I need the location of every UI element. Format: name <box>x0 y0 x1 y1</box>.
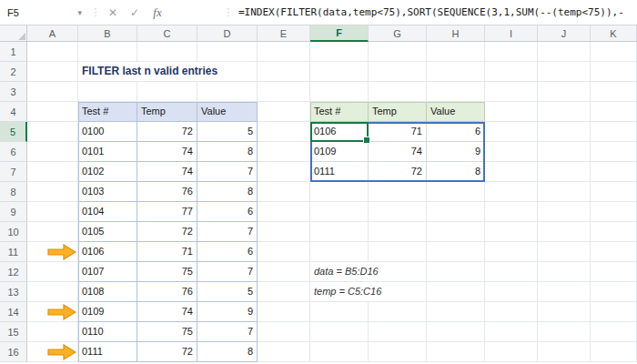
cell-G16[interactable] <box>369 342 427 362</box>
cell-K5[interactable] <box>591 122 637 142</box>
row-header-2[interactable]: 2 <box>0 62 27 82</box>
cell-I8[interactable] <box>485 182 538 202</box>
cell-B13[interactable]: 0108 <box>78 282 137 302</box>
cell-I11[interactable] <box>485 242 538 262</box>
cell-H6[interactable]: 9 <box>427 142 485 162</box>
cell-J4[interactable] <box>538 102 591 122</box>
cell-E10[interactable] <box>258 222 310 242</box>
cell-B7[interactable]: 0102 <box>78 162 137 182</box>
cell-I1[interactable] <box>485 42 538 62</box>
cell-D11[interactable]: 6 <box>197 242 258 262</box>
cell-J13[interactable] <box>538 282 591 302</box>
cell-A14[interactable] <box>27 302 78 322</box>
cell-C6[interactable]: 74 <box>137 142 197 162</box>
cell-J2[interactable] <box>538 62 591 82</box>
cell-I10[interactable] <box>485 222 538 242</box>
cell-A2[interactable] <box>27 62 78 82</box>
cell-A11[interactable] <box>27 242 78 262</box>
cell-J14[interactable] <box>538 302 591 322</box>
cell-C10[interactable]: 72 <box>137 222 197 242</box>
cell-C14[interactable]: 74 <box>137 302 197 322</box>
row-header-10[interactable]: 10 <box>0 222 27 242</box>
cell-C4[interactable]: Temp <box>137 102 197 122</box>
cell-C15[interactable]: 75 <box>137 322 197 342</box>
cell-E15[interactable] <box>258 322 310 342</box>
cell-A6[interactable] <box>27 142 78 162</box>
cell-D8[interactable]: 8 <box>197 182 258 202</box>
cell-C3[interactable] <box>137 82 197 102</box>
cell-J16[interactable] <box>538 342 591 362</box>
row-header-13[interactable]: 13 <box>0 282 27 302</box>
cell-J1[interactable] <box>538 42 591 62</box>
cell-A9[interactable] <box>27 202 78 222</box>
cell-F4[interactable]: Test # <box>310 102 369 122</box>
cell-I12[interactable] <box>485 262 538 282</box>
cell-B9[interactable]: 0104 <box>78 202 137 222</box>
cell-C2[interactable] <box>137 62 197 82</box>
cell-K2[interactable] <box>591 62 637 82</box>
cell-F3[interactable] <box>310 82 369 102</box>
cell-B14[interactable]: 0109 <box>78 302 137 322</box>
column-header-F[interactable]: F <box>310 25 369 42</box>
row-header-1[interactable]: 1 <box>0 42 27 62</box>
cell-E6[interactable] <box>258 142 310 162</box>
cell-C1[interactable] <box>137 42 197 62</box>
cell-D10[interactable]: 7 <box>197 222 258 242</box>
cell-F1[interactable] <box>310 42 369 62</box>
cancel-icon[interactable]: ✕ <box>102 0 124 25</box>
row-header-5[interactable]: 5 <box>0 122 27 142</box>
cell-B12[interactable]: 0107 <box>78 262 137 282</box>
cell-E9[interactable] <box>258 202 310 222</box>
cell-C8[interactable]: 76 <box>137 182 197 202</box>
cell-C11[interactable]: 71 <box>137 242 197 262</box>
cell-D15[interactable]: 7 <box>197 322 258 342</box>
chevron-down-icon[interactable]: ▾ <box>77 8 82 17</box>
cell-J5[interactable] <box>538 122 591 142</box>
cell-B11[interactable]: 0106 <box>78 242 137 262</box>
cell-F2[interactable] <box>310 62 369 82</box>
cell-C7[interactable]: 74 <box>137 162 197 182</box>
cell-H9[interactable] <box>427 202 485 222</box>
cell-K13[interactable] <box>591 282 637 302</box>
cell-K4[interactable] <box>591 102 637 122</box>
cell-F16[interactable] <box>310 342 369 362</box>
cell-G15[interactable] <box>369 322 427 342</box>
cell-F10[interactable] <box>310 222 369 242</box>
cell-K8[interactable] <box>591 182 637 202</box>
cell-B10[interactable]: 0105 <box>78 222 137 242</box>
cell-E3[interactable] <box>258 82 310 102</box>
cell-F15[interactable] <box>310 322 369 342</box>
cell-A13[interactable] <box>27 282 78 302</box>
row-header-4[interactable]: 4 <box>0 102 27 122</box>
column-header-J[interactable]: J <box>538 25 591 42</box>
cell-H3[interactable] <box>427 82 485 102</box>
cell-F8[interactable] <box>310 182 369 202</box>
cell-E5[interactable] <box>258 122 310 142</box>
cell-E4[interactable] <box>258 102 310 122</box>
cell-E14[interactable] <box>258 302 310 322</box>
column-header-E[interactable]: E <box>258 25 310 42</box>
cell-K10[interactable] <box>591 222 637 242</box>
cell-C9[interactable]: 77 <box>137 202 197 222</box>
cell-J9[interactable] <box>538 202 591 222</box>
cell-D12[interactable]: 7 <box>197 262 258 282</box>
row-header-7[interactable]: 7 <box>0 162 27 182</box>
cell-C5[interactable]: 72 <box>137 122 197 142</box>
cell-A3[interactable] <box>27 82 78 102</box>
cell-K9[interactable] <box>591 202 637 222</box>
cell-K6[interactable] <box>591 142 637 162</box>
cell-H7[interactable]: 8 <box>427 162 485 182</box>
cell-E2[interactable] <box>258 62 310 82</box>
row-header-15[interactable]: 15 <box>0 322 27 342</box>
cell-D7[interactable]: 7 <box>197 162 258 182</box>
formula-input[interactable]: =INDEX(FILTER(data,temp<75),SORT(SEQUENC… <box>235 0 637 25</box>
cell-B2[interactable] <box>78 62 137 82</box>
row-header-12[interactable]: 12 <box>0 262 27 282</box>
row-header-8[interactable]: 8 <box>0 182 27 202</box>
cell-K11[interactable] <box>591 242 637 262</box>
cell-F12[interactable] <box>310 262 369 282</box>
cell-G4[interactable]: Temp <box>369 102 427 122</box>
cell-F9[interactable] <box>310 202 369 222</box>
cell-G2[interactable] <box>369 62 427 82</box>
cell-H8[interactable] <box>427 182 485 202</box>
